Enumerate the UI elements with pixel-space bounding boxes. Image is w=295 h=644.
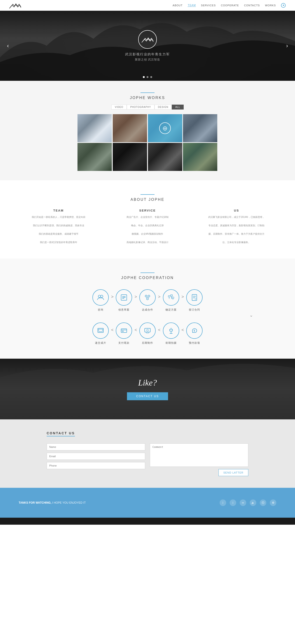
coop-icon-cooperate	[139, 289, 156, 306]
hero-dot-3[interactable]	[150, 76, 152, 78]
svg-text:$: $	[194, 330, 195, 332]
nav-contacts[interactable]: CONTACTS	[244, 4, 260, 7]
filter-video[interactable]: VIDEO	[111, 104, 127, 110]
navbar: ABOUT TEAM SERVICES COOPERATE CONTACTS W…	[0, 0, 295, 11]
footer-weibo-icon[interactable]: 	[230, 500, 236, 506]
svg-line-10	[147, 297, 149, 298]
hero-dots	[143, 76, 152, 78]
coop-item-contract: 签订合同	[186, 289, 203, 312]
footer-rss-icon[interactable]	[250, 500, 256, 506]
contact-email-input[interactable]	[47, 453, 145, 460]
coop-icon-postprod	[139, 322, 156, 339]
about-section: ABOUT JOPHE TEAM 我们开始是一群轻系的人，只是带着梦想、坚定向前…	[0, 180, 295, 258]
contact-right-fields: SEND LATTER	[150, 444, 248, 476]
gallery-item-3[interactable]: ⨁	[148, 114, 182, 142]
footer-text: TANKS FOR WATCHING, I HOPE YOU ENJOYED I…	[19, 501, 86, 504]
gallery-item-5[interactable]	[77, 143, 112, 171]
send-letter-button[interactable]: SEND LATTER	[219, 469, 248, 476]
contact-name-input[interactable]	[47, 444, 145, 450]
nav-circle-icon[interactable]	[281, 3, 286, 8]
coop-row-1: 咨询 > 创意草案 >	[19, 289, 276, 312]
footer-twitter-icon[interactable]: ⓒ	[260, 500, 266, 506]
coop-icon-payment	[116, 322, 132, 339]
coop-item-deliver: 递交成片	[92, 322, 109, 345]
gallery-item-7[interactable]	[148, 143, 182, 171]
coop-icon-deliver	[92, 322, 109, 339]
about-col-us: US 武汉聚飞影业有限公司，成立于2014年，已独新思维， 专业态度、真诚服务为…	[197, 209, 276, 244]
gallery-item-6[interactable]	[113, 143, 147, 171]
coop-item-draft: 创意草案	[116, 289, 132, 312]
hero-logo-circle	[138, 30, 157, 49]
footer-icons:   ∞ ⓒ ⚙	[220, 500, 276, 506]
contact-left-fields	[47, 444, 145, 476]
coop-row-2: 递交成片 < 支付尾款 < 后期制作 <	[19, 322, 276, 345]
coop-icon-shoot	[163, 322, 179, 339]
gallery-item-2[interactable]	[113, 114, 147, 142]
footer-dark	[0, 518, 295, 525]
gallery-zoom-icon: ⨁	[159, 122, 171, 134]
svg-rect-25	[121, 329, 127, 332]
coop-label-draft: 创意草案	[118, 308, 130, 312]
hero-dot-2[interactable]	[147, 76, 148, 78]
logo[interactable]	[9, 2, 21, 9]
coop-arrow-1: >	[111, 294, 114, 299]
about-service-title: SERVICE	[108, 209, 187, 212]
nav-works[interactable]: WORKS	[265, 4, 276, 7]
hero-dot-1[interactable]	[143, 76, 145, 78]
svg-rect-29	[146, 332, 149, 333]
footer-settings-icon[interactable]: ⚙	[270, 500, 276, 506]
nav-dot	[283, 5, 284, 6]
filter-design[interactable]: DESIGN	[155, 104, 172, 110]
footer-wechat-icon[interactable]: 	[220, 500, 226, 506]
contact-form-grid: SEND LATTER	[47, 444, 248, 476]
like-section: Like? CONTACT US	[0, 359, 295, 419]
about-title: ABOUT JOPHE	[19, 198, 276, 202]
about-team-text: 我们开始是一群轻系的人，只是带着梦想、坚定向前 我们认识不断到是强、我们的热诚推…	[19, 215, 98, 244]
svg-rect-22	[99, 329, 102, 332]
contact-form-section: CONTACT US SEND LATTER	[0, 419, 295, 488]
gallery-item-8[interactable]	[183, 143, 217, 171]
works-title: JOPHE WORKS	[0, 96, 295, 100]
svg-point-0	[98, 295, 101, 298]
coop-item-cooperate: 达成合作	[139, 289, 156, 312]
svg-point-7	[148, 295, 150, 297]
footer-bold-text: TANKS FOR WATCHING,	[19, 501, 51, 504]
svg-rect-17	[192, 294, 197, 300]
svg-rect-28	[145, 328, 150, 332]
about-us-text: 武汉聚飞影业有限公司，成立于2014年，已独新思维， 专业态度、真诚服务为宗旨，…	[197, 215, 276, 244]
filter-photography[interactable]: PHOTOGRAPHY	[127, 104, 155, 110]
coop-item-consult: 咨询	[92, 289, 109, 312]
contact-comment-textarea[interactable]	[150, 444, 248, 467]
section-line	[140, 92, 155, 93]
filter-all[interactable]: ALL	[172, 104, 184, 110]
hero-next-button[interactable]: ›	[286, 42, 288, 49]
footer-flickr-icon[interactable]: ∞	[240, 500, 246, 506]
works-section: JOPHE WORKS VIDEO PHOTOGRAPHY DESIGN ALL…	[0, 81, 295, 180]
about-team-title: TEAM	[19, 209, 98, 212]
svg-point-37	[252, 504, 253, 504]
coop-icon-consult	[92, 289, 109, 306]
coop-item-shoot: 前期拍摄	[163, 322, 179, 345]
gallery-item-4[interactable]	[183, 114, 217, 142]
like-text: Like?	[138, 378, 157, 388]
nav-cooperate[interactable]: COOPERATE	[221, 4, 239, 7]
hero-content: 武汉影视行业的年青生力军 聚新之创 武汉智造	[125, 30, 170, 62]
coop-item-payment: 支付尾款	[116, 322, 132, 345]
hero-section: ‹ 武汉影视行业的年青生力军 聚新之创 武汉智造 ›	[0, 11, 295, 81]
about-grid: TEAM 我们开始是一群轻系的人，只是带着梦想、坚定向前 我们认识不断到是强、我…	[19, 209, 276, 244]
hero-prev-button[interactable]: ‹	[7, 42, 9, 49]
about-service-text: 商业广告片、企业宣传片、专题片纪录制 晚会、年会、企业庆典典礼记录 微视频、企业…	[108, 215, 187, 244]
svg-point-1	[101, 295, 103, 298]
gallery-item-1[interactable]	[77, 114, 112, 142]
coop-label-shoot: 前期拍摄	[165, 341, 177, 345]
hero-subtitle: 聚新之创 武汉智造	[125, 58, 170, 62]
coop-icon-deposit: $	[186, 322, 203, 339]
nav-team[interactable]: TEAM	[188, 4, 196, 7]
svg-point-6	[145, 295, 147, 297]
contact-phone-input[interactable]	[47, 462, 145, 469]
coop-down-arrow: ⌄	[19, 313, 276, 318]
nav-services[interactable]: SERVICES	[201, 4, 216, 7]
coop-label-payment: 支付尾款	[118, 341, 130, 345]
nav-about[interactable]: ABOUT	[173, 4, 183, 7]
contact-us-button[interactable]: CONTACT US	[127, 392, 168, 400]
